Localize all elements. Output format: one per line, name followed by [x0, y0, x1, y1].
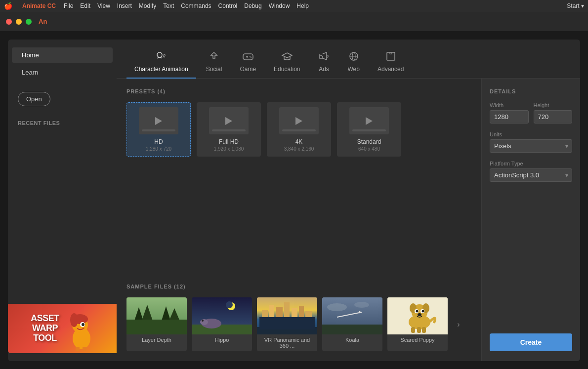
menu-control[interactable]: Control: [218, 2, 238, 9]
tabs-row: Character Animation Social: [117, 40, 580, 79]
maximize-button[interactable]: [26, 19, 32, 25]
sample-puppy-thumb: [387, 297, 448, 334]
preset-fullhd-size: 1,920 x 1,080: [214, 146, 244, 152]
advanced-icon: [385, 51, 396, 63]
svg-point-54: [422, 310, 424, 313]
svg-rect-56: [411, 327, 415, 333]
menu-view[interactable]: View: [97, 2, 110, 9]
character-animation-icon: [155, 51, 167, 63]
tab-ads[interactable]: Ads: [310, 47, 337, 79]
close-button[interactable]: [6, 19, 12, 25]
play-icon-4k: [295, 117, 302, 125]
svg-point-55: [418, 313, 421, 316]
menu-text[interactable]: Text: [163, 2, 174, 9]
sample-layer-depth-thumb: [126, 297, 187, 334]
svg-rect-43: [322, 325, 382, 334]
svg-point-8: [157, 52, 162, 57]
preset-standard[interactable]: Standard 640 x 480: [337, 102, 401, 157]
start-button[interactable]: Start ▾: [567, 2, 584, 9]
tab-education[interactable]: Education: [266, 47, 308, 79]
svg-point-26: [226, 301, 233, 308]
create-button[interactable]: Create: [490, 333, 572, 351]
platform-select[interactable]: ActionScript 3.0 HTML5 Canvas WebGL AIR …: [490, 168, 572, 182]
tab-game-label: Game: [240, 66, 256, 73]
minimize-button[interactable]: [16, 19, 22, 25]
sample-koala[interactable]: Koala: [322, 297, 382, 351]
tab-character-animation-label: Character Animation: [134, 66, 188, 73]
play-icon-fullhd: [225, 117, 232, 125]
apple-logo-icon[interactable]: 🍎: [4, 2, 12, 10]
main-content: Home Learn Open RECENT FILES ASSET WARP …: [0, 32, 588, 369]
menu-insert[interactable]: Insert: [117, 2, 132, 9]
sidebar-item-home[interactable]: Home: [12, 47, 113, 63]
menu-file[interactable]: File: [64, 2, 73, 9]
sample-scared-puppy[interactable]: Scared Puppy: [387, 297, 448, 351]
sample-vr[interactable]: VR Panoramic and 360 ...: [257, 297, 317, 351]
units-field: Units Pixels Centimeters Inches: [490, 131, 572, 153]
presets-grid: HD 1,280 x 720 Full HD 1,920 x 1,080: [126, 102, 471, 157]
app-title: An: [39, 18, 47, 25]
sample-koala-thumb: [322, 297, 382, 334]
preset-fullhd-name: Full HD: [219, 138, 239, 145]
tab-advanced[interactable]: Advanced: [370, 47, 412, 79]
tab-web[interactable]: Web: [339, 47, 367, 79]
height-field: Height: [534, 102, 573, 123]
tab-social[interactable]: Social: [198, 47, 230, 79]
menu-bar: 🍎 Animate CC File Edit View Insert Modif…: [0, 0, 588, 12]
sidebar-item-learn[interactable]: Learn: [12, 65, 113, 80]
sample-layer-depth[interactable]: Layer Depth: [126, 297, 187, 351]
menu-commands[interactable]: Commands: [181, 2, 211, 9]
title-bar: An: [0, 12, 588, 32]
preset-4k-preview: [279, 107, 319, 134]
svg-point-3: [70, 313, 78, 327]
open-button[interactable]: Open: [18, 92, 50, 106]
tab-advanced-label: Advanced: [378, 66, 404, 73]
svg-rect-36: [292, 308, 297, 329]
menu-window[interactable]: Window: [269, 2, 290, 9]
tab-character-animation[interactable]: Character Animation: [126, 47, 196, 79]
menu-debug[interactable]: Debug: [244, 2, 261, 9]
play-icon-standard: [366, 117, 373, 125]
svg-point-5: [82, 323, 84, 326]
character-figure: [59, 306, 94, 351]
svg-rect-38: [305, 311, 312, 329]
preset-standard-size: 640 x 480: [358, 146, 380, 152]
education-icon: [281, 51, 293, 63]
sample-koala-label: Koala: [322, 334, 382, 345]
svg-rect-39: [257, 327, 317, 334]
ads-icon: [318, 51, 330, 63]
sidebar: Home Learn Open RECENT FILES ASSET WARP …: [8, 40, 117, 361]
svg-rect-27: [192, 325, 252, 334]
details-title: DETAILS: [490, 88, 572, 94]
menu-modify[interactable]: Modify: [139, 2, 156, 9]
preset-4k-name: 4K: [295, 138, 303, 145]
sample-files-label: SAMPLE FILES (12): [126, 284, 471, 289]
height-input[interactable]: [534, 110, 573, 123]
units-label: Units: [490, 131, 572, 137]
web-icon: [348, 51, 360, 63]
svg-point-53: [416, 310, 419, 313]
scroll-right-button[interactable]: ›: [453, 297, 464, 351]
sample-puppy-label: Scared Puppy: [387, 334, 448, 345]
menu-help[interactable]: Help: [296, 2, 309, 9]
svg-point-12: [250, 56, 251, 57]
tab-web-label: Web: [347, 66, 359, 73]
preset-fullhd[interactable]: Full HD 1,920 x 1,080: [197, 102, 261, 157]
sample-hippo-label: Hippo: [192, 334, 252, 345]
units-select[interactable]: Pixels Centimeters Inches: [490, 139, 572, 153]
width-input[interactable]: [490, 110, 529, 123]
width-field: Width: [490, 102, 529, 123]
tab-social-label: Social: [206, 66, 222, 73]
preset-4k[interactable]: 4K 3,840 x 2,160: [267, 102, 331, 157]
svg-rect-57: [417, 327, 421, 333]
preset-hd[interactable]: HD 1,280 x 720: [126, 102, 191, 157]
svg-rect-7: [83, 347, 86, 351]
menu-edit[interactable]: Edit: [80, 2, 90, 9]
presets-area: PRESETS (4) HD 1,280 x 720: [117, 79, 481, 284]
tab-game[interactable]: Game: [232, 47, 264, 79]
sample-hippo[interactable]: Hippo: [192, 297, 252, 351]
svg-point-41: [327, 303, 347, 311]
presets-section-label: PRESETS (4): [126, 88, 471, 94]
svg-rect-18: [126, 297, 187, 334]
asset-warp-thumbnail[interactable]: ASSET WARP TOOL: [8, 304, 117, 353]
